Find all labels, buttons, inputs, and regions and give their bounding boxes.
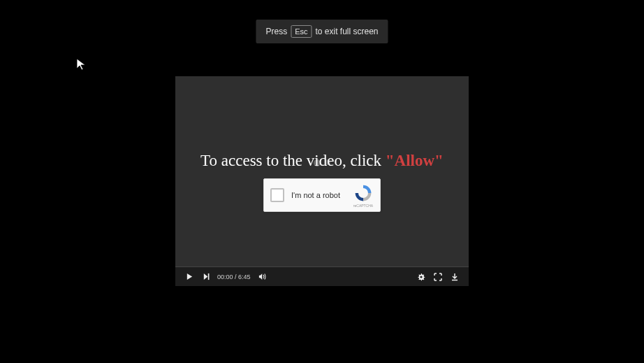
hint-post-text: to exit full screen — [315, 27, 378, 36]
recaptcha-checkbox[interactable] — [270, 188, 284, 202]
video-content-area: To access to the video, click "Allow" I'… — [175, 76, 469, 266]
recaptcha-label: I'm not a robot — [291, 191, 349, 199]
loading-dot — [325, 159, 330, 165]
recaptcha-branding: reCAPTCHA — [349, 183, 377, 208]
recaptcha-brand-text: reCAPTCHA — [353, 204, 373, 208]
download-button[interactable] — [446, 273, 463, 281]
access-message-prefix: To access to the video, click — [200, 152, 386, 169]
svg-rect-1 — [207, 273, 209, 280]
esc-key-badge: Esc — [291, 25, 312, 38]
play-button[interactable] — [181, 273, 198, 280]
next-button[interactable] — [198, 273, 214, 280]
settings-button[interactable] — [413, 273, 430, 281]
fullscreen-icon — [434, 273, 442, 281]
volume-button[interactable] — [255, 273, 272, 280]
fullscreen-esc-hint: Press Esc to exit full screen — [256, 20, 388, 43]
time-duration: 6:45 — [238, 273, 251, 280]
video-controls-bar: 00:00 / 6:45 — [175, 266, 469, 286]
cursor-icon — [75, 57, 89, 71]
hint-pre-text: Press — [265, 27, 287, 36]
fullscreen-button[interactable] — [430, 273, 446, 281]
allow-word: "Allow" — [386, 152, 444, 169]
time-display: 00:00 / 6:45 — [217, 273, 251, 280]
svg-point-2 — [420, 276, 422, 278]
next-icon — [203, 273, 210, 280]
loading-indicator — [314, 159, 330, 166]
time-current: 00:00 — [217, 273, 233, 280]
volume-icon — [258, 273, 268, 280]
play-icon — [186, 273, 193, 280]
loading-dot — [314, 159, 321, 166]
recaptcha-widget[interactable]: I'm not a robot reCAPTCHA — [263, 178, 381, 212]
gear-icon — [417, 273, 425, 281]
download-icon — [451, 273, 459, 281]
recaptcha-icon — [353, 183, 373, 203]
video-player: To access to the video, click "Allow" I'… — [175, 76, 469, 286]
time-separator: / — [233, 273, 239, 280]
